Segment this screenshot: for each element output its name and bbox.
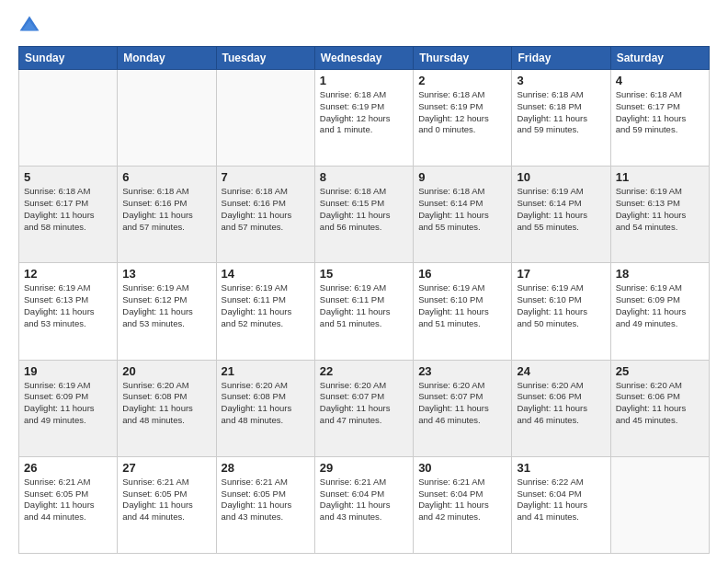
weekday-header-sunday: Sunday [19, 47, 118, 70]
day-number: 25 [616, 364, 704, 378]
day-info: Sunrise: 6:18 AM Sunset: 6:17 PM Dayligh… [616, 89, 704, 136]
day-info: Sunrise: 6:20 AM Sunset: 6:06 PM Dayligh… [616, 380, 704, 427]
day-number: 7 [222, 170, 310, 184]
day-info: Sunrise: 6:18 AM Sunset: 6:16 PM Dayligh… [122, 186, 210, 233]
day-info: Sunrise: 6:19 AM Sunset: 6:10 PM Dayligh… [418, 282, 506, 329]
calendar-cell: 8Sunrise: 6:18 AM Sunset: 6:15 PM Daylig… [314, 167, 413, 263]
day-info: Sunrise: 6:20 AM Sunset: 6:06 PM Dayligh… [517, 380, 605, 427]
day-info: Sunrise: 6:22 AM Sunset: 6:04 PM Dayligh… [517, 477, 605, 523]
calendar-row-4: 26Sunrise: 6:21 AM Sunset: 6:05 PM Dayli… [19, 456, 710, 553]
day-number: 23 [418, 364, 506, 378]
calendar-row-1: 5Sunrise: 6:18 AM Sunset: 6:17 PM Daylig… [19, 167, 710, 263]
day-number: 5 [24, 170, 112, 184]
weekday-header-thursday: Thursday [414, 47, 512, 70]
day-info: Sunrise: 6:19 AM Sunset: 6:11 PM Dayligh… [222, 282, 310, 329]
day-info: Sunrise: 6:19 AM Sunset: 6:14 PM Dayligh… [517, 186, 605, 233]
day-number: 14 [222, 267, 310, 281]
day-number: 9 [418, 170, 506, 184]
calendar-cell: 29Sunrise: 6:21 AM Sunset: 6:04 PM Dayli… [314, 456, 413, 553]
day-number: 26 [24, 461, 112, 475]
calendar-cell: 3Sunrise: 6:18 AM Sunset: 6:18 PM Daylig… [512, 70, 610, 167]
day-info: Sunrise: 6:19 AM Sunset: 6:13 PM Dayligh… [24, 282, 112, 329]
day-number: 6 [122, 170, 210, 184]
calendar-row-2: 12Sunrise: 6:19 AM Sunset: 6:13 PM Dayli… [19, 263, 710, 360]
weekday-header-friday: Friday [512, 47, 610, 70]
weekday-header-monday: Monday [118, 47, 216, 70]
day-number: 16 [418, 267, 506, 281]
day-number: 1 [320, 74, 408, 87]
calendar-cell: 31Sunrise: 6:22 AM Sunset: 6:04 PM Dayli… [512, 456, 610, 553]
day-number: 20 [122, 364, 210, 378]
day-number: 19 [24, 364, 112, 378]
calendar: SundayMondayTuesdayWednesdayThursdayFrid… [18, 46, 710, 554]
logo [18, 15, 44, 37]
calendar-cell: 14Sunrise: 6:19 AM Sunset: 6:11 PM Dayli… [216, 263, 314, 360]
calendar-cell: 9Sunrise: 6:18 AM Sunset: 6:14 PM Daylig… [414, 167, 512, 263]
day-info: Sunrise: 6:21 AM Sunset: 6:04 PM Dayligh… [418, 477, 506, 523]
calendar-cell: 19Sunrise: 6:19 AM Sunset: 6:09 PM Dayli… [19, 360, 118, 456]
day-number: 10 [517, 170, 605, 184]
calendar-cell: 4Sunrise: 6:18 AM Sunset: 6:17 PM Daylig… [610, 70, 709, 167]
day-info: Sunrise: 6:21 AM Sunset: 6:05 PM Dayligh… [222, 477, 310, 523]
day-info: Sunrise: 6:21 AM Sunset: 6:05 PM Dayligh… [122, 477, 210, 523]
day-info: Sunrise: 6:18 AM Sunset: 6:18 PM Dayligh… [517, 89, 605, 136]
weekday-header-tuesday: Tuesday [216, 47, 314, 70]
header [18, 15, 710, 37]
day-number: 15 [320, 267, 408, 281]
day-info: Sunrise: 6:21 AM Sunset: 6:04 PM Dayligh… [320, 477, 408, 523]
calendar-cell: 17Sunrise: 6:19 AM Sunset: 6:10 PM Dayli… [512, 263, 610, 360]
day-info: Sunrise: 6:18 AM Sunset: 6:16 PM Dayligh… [222, 186, 310, 233]
day-info: Sunrise: 6:19 AM Sunset: 6:12 PM Dayligh… [122, 282, 210, 329]
day-info: Sunrise: 6:20 AM Sunset: 6:08 PM Dayligh… [222, 380, 310, 427]
day-info: Sunrise: 6:19 AM Sunset: 6:13 PM Dayligh… [616, 186, 704, 233]
calendar-cell: 13Sunrise: 6:19 AM Sunset: 6:12 PM Dayli… [118, 263, 216, 360]
day-number: 29 [320, 461, 408, 475]
calendar-cell: 26Sunrise: 6:21 AM Sunset: 6:05 PM Dayli… [19, 456, 118, 553]
calendar-cell: 18Sunrise: 6:19 AM Sunset: 6:09 PM Dayli… [610, 263, 709, 360]
weekday-header-row: SundayMondayTuesdayWednesdayThursdayFrid… [19, 47, 710, 70]
day-number: 27 [122, 461, 210, 475]
calendar-cell [216, 70, 314, 167]
day-info: Sunrise: 6:20 AM Sunset: 6:07 PM Dayligh… [418, 380, 506, 427]
calendar-cell: 23Sunrise: 6:20 AM Sunset: 6:07 PM Dayli… [414, 360, 512, 456]
day-number: 18 [616, 267, 704, 281]
day-info: Sunrise: 6:18 AM Sunset: 6:19 PM Dayligh… [320, 89, 408, 136]
weekday-header-saturday: Saturday [610, 47, 709, 70]
calendar-cell: 2Sunrise: 6:18 AM Sunset: 6:19 PM Daylig… [414, 70, 512, 167]
calendar-cell: 21Sunrise: 6:20 AM Sunset: 6:08 PM Dayli… [216, 360, 314, 456]
calendar-cell: 27Sunrise: 6:21 AM Sunset: 6:05 PM Dayli… [118, 456, 216, 553]
calendar-cell: 5Sunrise: 6:18 AM Sunset: 6:17 PM Daylig… [19, 167, 118, 263]
day-number: 2 [418, 74, 506, 87]
weekday-header-wednesday: Wednesday [314, 47, 413, 70]
day-info: Sunrise: 6:19 AM Sunset: 6:09 PM Dayligh… [616, 282, 704, 329]
day-number: 31 [517, 461, 605, 475]
day-number: 21 [222, 364, 310, 378]
calendar-cell: 10Sunrise: 6:19 AM Sunset: 6:14 PM Dayli… [512, 167, 610, 263]
day-number: 30 [418, 461, 506, 475]
day-info: Sunrise: 6:18 AM Sunset: 6:14 PM Dayligh… [418, 186, 506, 233]
calendar-cell [118, 70, 216, 167]
day-number: 3 [517, 74, 605, 87]
day-info: Sunrise: 6:19 AM Sunset: 6:10 PM Dayligh… [517, 282, 605, 329]
calendar-row-0: 1Sunrise: 6:18 AM Sunset: 6:19 PM Daylig… [19, 70, 710, 167]
day-info: Sunrise: 6:19 AM Sunset: 6:09 PM Dayligh… [24, 380, 112, 427]
calendar-cell: 12Sunrise: 6:19 AM Sunset: 6:13 PM Dayli… [19, 263, 118, 360]
day-number: 4 [616, 74, 704, 87]
calendar-cell: 20Sunrise: 6:20 AM Sunset: 6:08 PM Dayli… [118, 360, 216, 456]
day-info: Sunrise: 6:21 AM Sunset: 6:05 PM Dayligh… [24, 477, 112, 523]
logo-icon [18, 15, 40, 37]
calendar-cell: 6Sunrise: 6:18 AM Sunset: 6:16 PM Daylig… [118, 167, 216, 263]
calendar-cell: 1Sunrise: 6:18 AM Sunset: 6:19 PM Daylig… [314, 70, 413, 167]
day-number: 22 [320, 364, 408, 378]
day-info: Sunrise: 6:19 AM Sunset: 6:11 PM Dayligh… [320, 282, 408, 329]
calendar-cell: 24Sunrise: 6:20 AM Sunset: 6:06 PM Dayli… [512, 360, 610, 456]
calendar-cell: 25Sunrise: 6:20 AM Sunset: 6:06 PM Dayli… [610, 360, 709, 456]
calendar-row-3: 19Sunrise: 6:19 AM Sunset: 6:09 PM Dayli… [19, 360, 710, 456]
page: SundayMondayTuesdayWednesdayThursdayFrid… [0, 0, 728, 563]
day-info: Sunrise: 6:18 AM Sunset: 6:17 PM Dayligh… [24, 186, 112, 233]
day-number: 8 [320, 170, 408, 184]
day-info: Sunrise: 6:18 AM Sunset: 6:15 PM Dayligh… [320, 186, 408, 233]
calendar-cell [19, 70, 118, 167]
day-number: 24 [517, 364, 605, 378]
day-number: 28 [222, 461, 310, 475]
